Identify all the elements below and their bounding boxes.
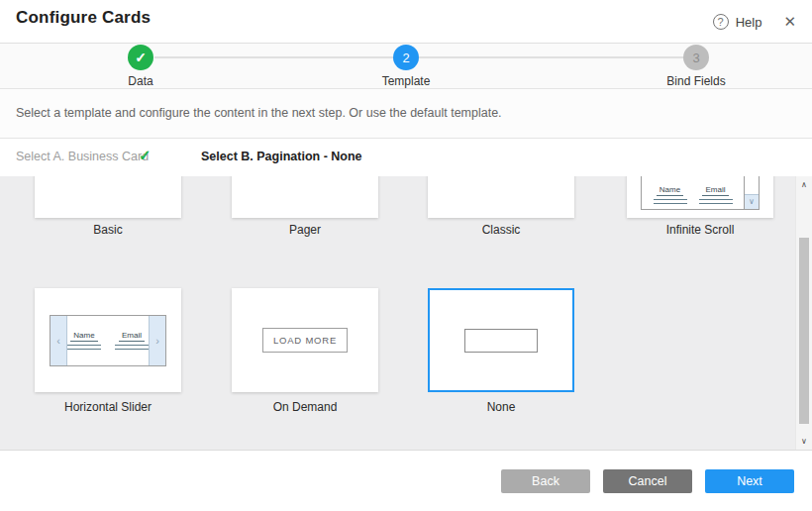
template-label-classic: Classic xyxy=(428,223,574,237)
step-data-circle[interactable]: ✓ xyxy=(128,45,153,70)
configure-cards-dialog: Configure Cards ? Help ✕ ✓ Data 2 Templa… xyxy=(0,0,812,511)
wizard-steps: ✓ Data 2 Template 3 Bind Fields xyxy=(0,44,812,89)
header-actions: ? Help ✕ xyxy=(713,0,800,44)
horizontal-slider-preview: ‹ Name Email › xyxy=(50,315,166,366)
dialog-footer: Back Cancel Next xyxy=(0,452,812,511)
scrollbar-thumb[interactable] xyxy=(799,238,809,424)
template-card-basic[interactable] xyxy=(35,176,181,218)
preview-email-label: Email xyxy=(702,185,728,196)
step-template-label: Template xyxy=(347,74,465,88)
template-gallery-viewport: Basic Pager Classic Name Email xyxy=(0,176,795,450)
scroll-down-icon[interactable]: ∨ xyxy=(796,433,812,450)
select-b-pagination[interactable]: Select B. Pagination - None xyxy=(201,150,362,163)
select-a-business-card[interactable]: Select A. Business Card xyxy=(16,150,149,163)
help-button[interactable]: Help xyxy=(736,15,762,30)
close-icon[interactable]: ✕ xyxy=(779,11,800,33)
template-card-horizontal-slider[interactable]: ‹ Name Email › xyxy=(35,288,181,392)
template-label-horizontal-slider: Horizontal Slider xyxy=(35,400,181,414)
chevron-left-icon: ‹ xyxy=(51,316,67,365)
template-gallery: Basic Pager Classic Name Email xyxy=(0,176,812,451)
vertical-scrollbar[interactable]: ∧ ∨ xyxy=(795,176,812,450)
template-card-none[interactable] xyxy=(428,288,574,392)
step-data-label: Data xyxy=(81,74,200,88)
preview-email-label: Email xyxy=(119,331,145,342)
step-connector-1 xyxy=(154,56,393,58)
template-card-pager[interactable] xyxy=(232,176,378,218)
template-card-classic[interactable] xyxy=(428,176,574,218)
load-more-preview-button: LOAD MORE xyxy=(262,328,348,353)
preview-name-label: Name xyxy=(70,331,97,342)
check-icon: ✓ xyxy=(139,147,152,164)
next-button[interactable]: Next xyxy=(705,469,794,493)
dialog-header: Configure Cards ? Help ✕ xyxy=(0,0,812,44)
selection-row: Select A. Business Card ✓ Select B. Pagi… xyxy=(0,139,812,176)
step-bind-fields-label: Bind Fields xyxy=(637,74,756,88)
step-template-circle[interactable]: 2 xyxy=(393,45,419,70)
template-card-infinite-scroll[interactable]: Name Email ∨ xyxy=(627,176,773,218)
step-bind-fields-circle[interactable]: 3 xyxy=(683,45,709,70)
dialog-title: Configure Cards xyxy=(16,8,151,28)
none-preview-box xyxy=(464,329,538,353)
instruction-text: Select a template and configure the cont… xyxy=(16,106,502,120)
cancel-button[interactable]: Cancel xyxy=(603,469,692,493)
template-label-basic: Basic xyxy=(35,223,181,237)
template-label-on-demand: On Demand xyxy=(232,400,378,414)
template-label-infinite-scroll: Infinite Scroll xyxy=(627,223,773,237)
instruction-bar: Select a template and configure the cont… xyxy=(0,89,812,139)
preview-name-label: Name xyxy=(657,185,683,196)
infinite-scroll-preview: Name Email ∨ xyxy=(641,176,760,210)
step-connector-2 xyxy=(419,56,683,58)
template-label-pager: Pager xyxy=(232,223,378,237)
template-card-on-demand[interactable]: LOAD MORE xyxy=(232,288,378,392)
chevron-right-icon: › xyxy=(149,316,165,365)
chevron-down-icon: ∨ xyxy=(745,194,759,209)
template-label-none: None xyxy=(428,400,574,414)
scroll-up-icon[interactable]: ∧ xyxy=(796,176,812,193)
help-icon[interactable]: ? xyxy=(713,14,729,30)
back-button[interactable]: Back xyxy=(501,469,590,493)
